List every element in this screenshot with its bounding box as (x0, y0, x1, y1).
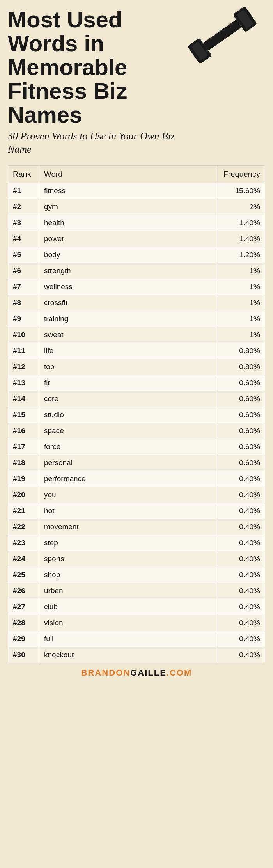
cell-frequency: 0.40% (218, 615, 265, 631)
cell-rank: #22 (8, 519, 39, 535)
cell-frequency: 0.80% (218, 343, 265, 359)
cell-rank: #21 (8, 503, 39, 519)
header-section: Most Used Words in Memorable Fitness Biz… (8, 8, 265, 162)
cell-word: gym (39, 199, 218, 215)
cell-word: personal (39, 455, 218, 471)
cell-rank: #11 (8, 343, 39, 359)
cell-rank: #3 (8, 215, 39, 231)
cell-word: performance (39, 471, 218, 487)
cell-word: sweat (39, 327, 218, 343)
table-row: #24sports0.40% (8, 551, 265, 567)
cell-frequency: 1% (218, 263, 265, 279)
table-row: #1fitness15.60% (8, 183, 265, 199)
cell-frequency: 0.60% (218, 407, 265, 423)
cell-rank: #24 (8, 551, 39, 567)
cell-rank: #23 (8, 535, 39, 551)
table-row: #22movement0.40% (8, 519, 265, 535)
cell-frequency: 0.60% (218, 455, 265, 471)
page-container: Most Used Words in Memorable Fitness Biz… (0, 0, 273, 685)
cell-rank: #5 (8, 247, 39, 263)
cell-word: fitness (39, 183, 218, 199)
col-header-word: Word (39, 166, 218, 183)
cell-rank: #9 (8, 311, 39, 327)
dumbbell-icon (179, 4, 265, 66)
table-row: #19performance0.40% (8, 471, 265, 487)
cell-rank: #25 (8, 567, 39, 583)
cell-word: step (39, 535, 218, 551)
cell-word: full (39, 631, 218, 647)
cell-rank: #28 (8, 615, 39, 631)
table-row: #5body1.20% (8, 247, 265, 263)
dumbbell-svg (183, 4, 261, 66)
cell-word: urban (39, 583, 218, 599)
cell-word: crossfit (39, 295, 218, 311)
cell-rank: #29 (8, 631, 39, 647)
cell-word: knockout (39, 647, 218, 663)
footer-brand-part2: GAILLE (130, 668, 167, 678)
cell-rank: #19 (8, 471, 39, 487)
table-row: #20you0.40% (8, 487, 265, 503)
title-block: Most Used Words in Memorable Fitness Biz… (8, 8, 179, 162)
table-row: #30knockout0.40% (8, 647, 265, 663)
col-header-rank: Rank (8, 166, 39, 183)
table-row: #9training1% (8, 311, 265, 327)
cell-word: fit (39, 375, 218, 391)
table-row: #28vision0.40% (8, 615, 265, 631)
cell-rank: #2 (8, 199, 39, 215)
cell-frequency: 0.40% (218, 647, 265, 663)
cell-frequency: 15.60% (218, 183, 265, 199)
cell-frequency: 0.60% (218, 391, 265, 407)
cell-rank: #8 (8, 295, 39, 311)
cell-frequency: 1.40% (218, 231, 265, 247)
table-row: #18personal0.60% (8, 455, 265, 471)
table-row: #15studio0.60% (8, 407, 265, 423)
cell-frequency: 1% (218, 295, 265, 311)
cell-rank: #14 (8, 391, 39, 407)
table-row: #25shop0.40% (8, 567, 265, 583)
cell-frequency: 2% (218, 199, 265, 215)
table-row: #10sweat1% (8, 327, 265, 343)
cell-rank: #10 (8, 327, 39, 343)
table-row: #12top0.80% (8, 359, 265, 375)
table-row: #13fit0.60% (8, 375, 265, 391)
table-row: #29full0.40% (8, 631, 265, 647)
table-row: #3health1.40% (8, 215, 265, 231)
cell-frequency: 0.60% (218, 423, 265, 439)
cell-word: movement (39, 519, 218, 535)
cell-frequency: 0.40% (218, 519, 265, 535)
cell-rank: #20 (8, 487, 39, 503)
cell-frequency: 1.40% (218, 215, 265, 231)
footer-brand-part3: .COM (167, 668, 192, 678)
cell-frequency: 0.60% (218, 439, 265, 455)
table-row: #8crossfit1% (8, 295, 265, 311)
cell-word: top (39, 359, 218, 375)
cell-frequency: 0.80% (218, 359, 265, 375)
cell-frequency: 0.40% (218, 471, 265, 487)
cell-word: space (39, 423, 218, 439)
cell-frequency: 1% (218, 279, 265, 295)
cell-word: core (39, 391, 218, 407)
cell-frequency: 0.60% (218, 375, 265, 391)
cell-frequency: 0.40% (218, 567, 265, 583)
cell-frequency: 0.40% (218, 551, 265, 567)
cell-word: you (39, 487, 218, 503)
cell-frequency: 0.40% (218, 599, 265, 615)
cell-frequency: 0.40% (218, 583, 265, 599)
table-row: #14core0.60% (8, 391, 265, 407)
cell-rank: #26 (8, 583, 39, 599)
cell-rank: #4 (8, 231, 39, 247)
cell-frequency: 0.40% (218, 631, 265, 647)
cell-rank: #13 (8, 375, 39, 391)
cell-word: life (39, 343, 218, 359)
cell-word: body (39, 247, 218, 263)
cell-word: sports (39, 551, 218, 567)
cell-word: force (39, 439, 218, 455)
table-row: #11life0.80% (8, 343, 265, 359)
table-row: #17force0.60% (8, 439, 265, 455)
cell-rank: #6 (8, 263, 39, 279)
cell-rank: #30 (8, 647, 39, 663)
cell-word: strength (39, 263, 218, 279)
cell-rank: #7 (8, 279, 39, 295)
cell-word: power (39, 231, 218, 247)
cell-word: wellness (39, 279, 218, 295)
